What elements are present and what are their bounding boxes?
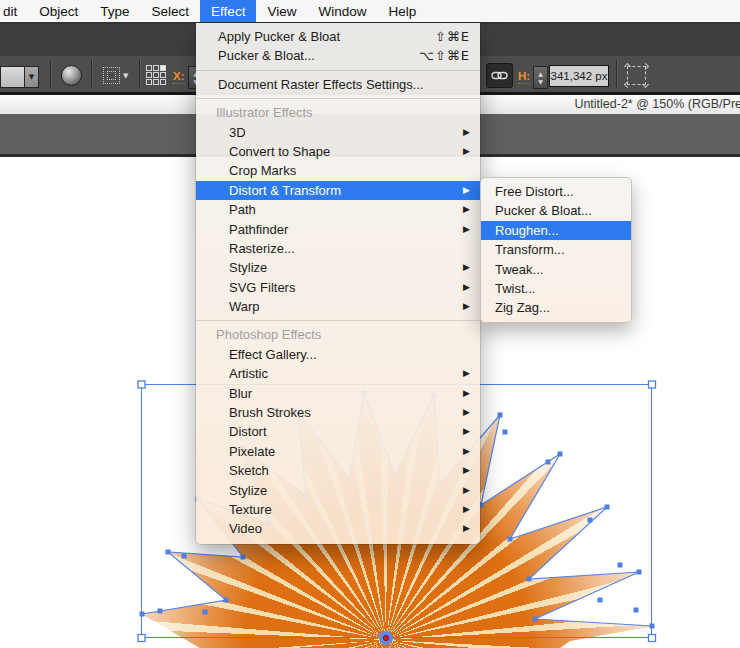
recolor-artwork-icon[interactable] [61, 65, 82, 86]
submenu-arrow-icon: ▶ [463, 500, 470, 519]
menu-item-pucker-bloat[interactable]: Pucker & Bloat... ⌥⇧⌘E [196, 46, 480, 65]
menu-item-stylize-photoshop[interactable]: Stylize ▶ [196, 481, 480, 500]
menu-separator [196, 320, 480, 321]
menu-item-apply-pucker-bloat[interactable]: Apply Pucker & Bloat ⇧⌘E [196, 27, 480, 46]
select-similar-icon[interactable] [103, 67, 120, 84]
free-transform-icon[interactable] [627, 66, 646, 85]
submenu-arrow-icon: ▶ [463, 481, 470, 500]
menu-item-rasterize[interactable]: Rasterize... [196, 239, 480, 258]
height-value-field[interactable]: 341,342 px [549, 65, 609, 87]
shortcut-label: ⌥⇧⌘E [419, 46, 470, 65]
submenu-item-roughen[interactable]: Roughen... [481, 221, 631, 240]
effect-menu: Apply Pucker & Bloat ⇧⌘E Pucker & Bloat.… [196, 23, 480, 544]
menu-item-brush-strokes[interactable]: Brush Strokes ▶ [196, 403, 480, 422]
submenu-arrow-icon: ▶ [463, 364, 470, 383]
height-stepper[interactable]: ▲ ▼ [533, 66, 548, 89]
menubar-item-help[interactable]: Help [377, 0, 427, 22]
toolbar-divider [139, 60, 140, 88]
submenu-arrow-icon: ▶ [463, 123, 470, 142]
reference-point-locator[interactable] [146, 65, 168, 85]
submenu-arrow-icon: ▶ [463, 422, 470, 441]
menubar-item-window[interactable]: Window [307, 0, 377, 22]
menu-item-path[interactable]: Path ▶ [196, 200, 480, 219]
submenu-arrow-icon: ▶ [463, 403, 470, 422]
shortcut-label: ⇧⌘E [435, 27, 470, 46]
submenu-item-transform[interactable]: Transform... [481, 240, 631, 259]
x-coordinate-label: X: [173, 70, 185, 84]
menubar-item-effect[interactable]: Effect [200, 0, 256, 22]
submenu-arrow-icon: ▶ [463, 442, 470, 461]
document-title: Untitled-2* @ 150% (RGB/Pre [574, 97, 740, 111]
submenu-item-twist[interactable]: Twist... [481, 279, 631, 298]
menubar-item-object[interactable]: Object [28, 0, 89, 22]
inner-selection-icon [107, 71, 116, 80]
stepper-up-icon[interactable]: ▲ [538, 70, 543, 78]
menu-item-texture[interactable]: Texture ▶ [196, 500, 480, 519]
chevron-down-icon[interactable]: ▼ [123, 72, 128, 80]
submenu-arrow-icon: ▶ [463, 142, 470, 161]
menu-separator [196, 70, 480, 71]
menu-item-video[interactable]: Video ▶ [196, 519, 480, 538]
menubar-item-edit[interactable]: dit [0, 0, 28, 22]
menu-item-effect-gallery[interactable]: Effect Gallery... [196, 345, 480, 364]
menu-bar: dit Object Type Select Effect View Windo… [0, 0, 740, 22]
submenu-arrow-icon: ▶ [463, 297, 470, 316]
submenu-item-zig-zag[interactable]: Zig Zag... [481, 298, 631, 317]
toolbar-divider [616, 60, 617, 88]
submenu-arrow-icon: ▶ [463, 181, 470, 200]
submenu-arrow-icon: ▶ [463, 384, 470, 403]
toolbar-divider [91, 60, 92, 88]
section-header-photoshop-effects: Photoshop Effects [196, 325, 480, 344]
height-label: H: [518, 70, 530, 84]
menu-item-distort-transform[interactable]: Distort & Transform ▶ [196, 181, 480, 200]
menu-item-3d[interactable]: 3D ▶ [196, 123, 480, 142]
stepper-down-icon[interactable]: ▼ [538, 78, 543, 86]
submenu-item-tweak[interactable]: Tweak... [481, 260, 631, 279]
chevron-down-icon[interactable]: ▼ [24, 67, 38, 87]
menu-item-pathfinder[interactable]: Pathfinder ▶ [196, 220, 480, 239]
constrain-proportions-button[interactable] [486, 63, 513, 88]
menu-item-document-raster-effects[interactable]: Document Raster Effects Settings... [196, 75, 480, 94]
menu-item-warp[interactable]: Warp ▶ [196, 297, 480, 316]
menu-separator [196, 98, 480, 99]
menubar-item-view[interactable]: View [256, 0, 307, 22]
variable-width-profile-select[interactable]: ▼ [0, 66, 39, 88]
distort-transform-submenu: Free Distort... Pucker & Bloat... Roughe… [480, 177, 632, 323]
menubar-item-type[interactable]: Type [89, 0, 140, 22]
submenu-arrow-icon: ▶ [463, 258, 470, 277]
menubar-item-select[interactable]: Select [141, 0, 201, 22]
menu-item-blur[interactable]: Blur ▶ [196, 384, 480, 403]
submenu-arrow-icon: ▶ [463, 519, 470, 538]
menu-item-stylize-illustrator[interactable]: Stylize ▶ [196, 258, 480, 277]
submenu-arrow-icon: ▶ [463, 220, 470, 239]
section-header-illustrator-effects: Illustrator Effects [196, 103, 480, 122]
link-icon [491, 70, 508, 81]
menu-item-sketch[interactable]: Sketch ▶ [196, 461, 480, 480]
menu-item-distort-photoshop[interactable]: Distort ▶ [196, 422, 480, 441]
menu-item-convert-to-shape[interactable]: Convert to Shape ▶ [196, 142, 480, 161]
submenu-item-free-distort[interactable]: Free Distort... [481, 182, 631, 201]
menu-item-artistic[interactable]: Artistic ▶ [196, 364, 480, 383]
submenu-arrow-icon: ▶ [463, 461, 470, 480]
profile-preview [1, 67, 24, 87]
submenu-arrow-icon: ▶ [463, 200, 470, 219]
submenu-arrow-icon: ▶ [463, 278, 470, 297]
menu-item-pixelate[interactable]: Pixelate ▶ [196, 442, 480, 461]
toolbar-divider [50, 60, 51, 88]
menu-item-crop-marks[interactable]: Crop Marks [196, 161, 480, 180]
menu-item-svg-filters[interactable]: SVG Filters ▶ [196, 278, 480, 297]
submenu-item-pucker-bloat[interactable]: Pucker & Bloat... [481, 201, 631, 220]
